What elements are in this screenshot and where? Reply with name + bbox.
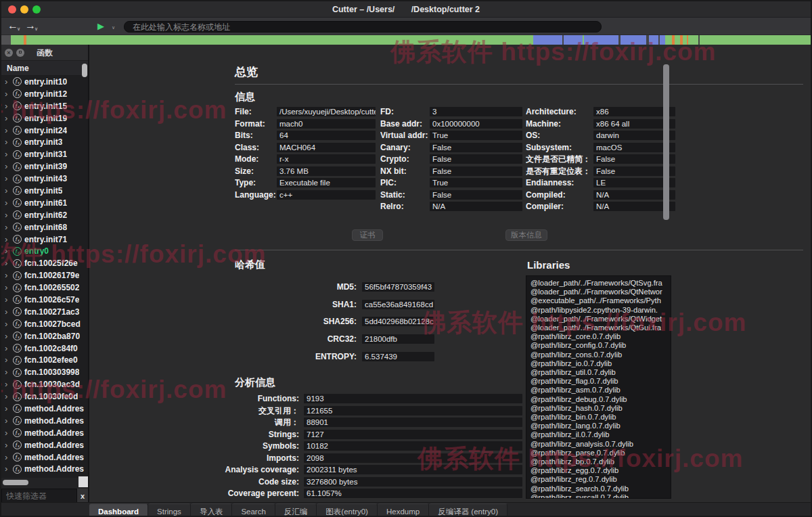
library-item[interactable]: @rpath/librz_cons.0.7.dylib: [531, 351, 663, 359]
chevron-right-icon[interactable]: ›: [5, 89, 10, 99]
function-list-item[interactable]: › ƒx entry.init62: [1, 209, 88, 221]
function-list-item[interactable]: › ƒx fcn.10027bced: [1, 318, 88, 330]
library-item[interactable]: @rpath/librz_search.0.7.dylib: [531, 485, 663, 493]
chevron-right-icon[interactable]: ›: [5, 416, 10, 426]
library-item[interactable]: @rpath/librz_il.0.7.dylib: [531, 430, 663, 439]
info-field[interactable]: 0x100000000: [430, 119, 522, 129]
info-field[interactable]: mach0: [277, 119, 376, 129]
info-field[interactable]: 64: [277, 131, 376, 140]
quick-filter-input[interactable]: [1, 489, 77, 503]
library-item[interactable]: @rpath/librz_hash.0.7.dylib: [531, 404, 663, 413]
info-field[interactable]: False: [430, 166, 522, 176]
library-item[interactable]: @rpath/librz_config.0.7.dylib: [531, 341, 663, 350]
library-item[interactable]: @rpath/librz_reg.0.7.dylib: [531, 475, 663, 484]
chevron-right-icon[interactable]: ›: [5, 258, 10, 268]
analysis-field[interactable]: 10182: [304, 441, 522, 451]
function-list-item[interactable]: › ƒx entry.init39: [1, 160, 88, 173]
vertical-scrollbar-thumb[interactable]: [82, 64, 87, 77]
libraries-scrollbar-thumb[interactable]: [663, 64, 669, 220]
library-item[interactable]: @rpath/librz_asm.0.7.dylib: [531, 386, 663, 395]
function-list-item[interactable]: › ƒx method.Addres: [1, 427, 88, 439]
info-field[interactable]: False: [430, 154, 522, 164]
chevron-right-icon[interactable]: ›: [5, 162, 10, 171]
bottom-tab[interactable]: Search: [232, 503, 275, 517]
function-list-item[interactable]: › ƒx entry.init15: [1, 100, 88, 112]
library-item[interactable]: @rpath/librz_bp.0.7.dylib: [531, 457, 663, 466]
info-field[interactable]: N/A: [430, 202, 522, 211]
function-list-item[interactable]: › ƒx entry.init61: [1, 197, 88, 209]
function-list-item[interactable]: › ƒx fcn.1002c84f0: [1, 342, 88, 355]
hash-field[interactable]: 56f5bf47870359f43: [362, 282, 434, 292]
chevron-right-icon[interactable]: ›: [5, 246, 10, 256]
hash-field[interactable]: ca55e36a849168cd: [362, 300, 434, 309]
clear-filter-button[interactable]: x: [77, 489, 88, 503]
column-header-name[interactable]: Name: [1, 61, 88, 76]
function-list-item[interactable]: › ƒx fcn.100303998: [1, 366, 88, 378]
back-button[interactable]: ←∨: [5, 20, 20, 33]
chevron-right-icon[interactable]: ›: [5, 174, 10, 183]
function-list-item[interactable]: › ƒx fcn.10030ac3d: [1, 378, 88, 390]
library-item[interactable]: @rpath/librz_core.0.7.dylib: [531, 332, 663, 341]
chevron-right-icon[interactable]: ›: [5, 137, 10, 147]
library-item[interactable]: @rpath/librz_io.0.7.dylib: [531, 359, 663, 368]
info-field[interactable]: False: [430, 190, 522, 200]
library-item[interactable]: @loader_path/../Frameworks/QtSvg.fra: [531, 279, 663, 288]
info-field[interactable]: True: [430, 131, 522, 140]
library-item[interactable]: @loader_path/../Frameworks/QtNetwor: [531, 288, 663, 296]
library-item[interactable]: @rpath/librz_egg.0.7.dylib: [531, 466, 663, 475]
function-list-item[interactable]: › ƒx fcn.1002ba870: [1, 330, 88, 342]
analysis-field[interactable]: 2002311 bytes: [304, 465, 522, 474]
info-field[interactable]: Executable file: [277, 178, 376, 187]
chevron-right-icon[interactable]: ›: [5, 271, 10, 280]
library-item[interactable]: @rpath/librz_parse.0.7.dylib: [531, 449, 663, 457]
function-list-item[interactable]: › ƒx fcn.100271ac3: [1, 306, 88, 318]
library-item[interactable]: @rpath/librz_flag.0.7.dylib: [531, 377, 663, 386]
chevron-right-icon[interactable]: ›: [5, 186, 10, 196]
hash-field[interactable]: 21800dfb: [362, 334, 434, 344]
certificates-button[interactable]: 证书: [352, 229, 383, 241]
bottom-tab[interactable]: 导入表: [191, 503, 233, 517]
chevron-right-icon[interactable]: ›: [5, 150, 10, 159]
function-list-item[interactable]: › ƒx entry.init68: [1, 221, 88, 233]
chevron-right-icon[interactable]: ›: [5, 441, 10, 450]
function-list-item[interactable]: › ƒx fcn.100265502: [1, 282, 88, 294]
info-field[interactable]: 3: [430, 107, 522, 116]
seek-address-input[interactable]: [124, 21, 602, 32]
function-list-item[interactable]: › ƒx method.Addres: [1, 451, 88, 464]
function-list-item[interactable]: › ƒx entry0: [1, 245, 88, 257]
function-list-item[interactable]: › ƒx fcn.10026c57e: [1, 294, 88, 306]
chevron-right-icon[interactable]: ›: [5, 307, 10, 317]
memory-map[interactable]: [1, 35, 811, 45]
function-list-item[interactable]: › ƒx fcn.10025f26e: [1, 257, 88, 269]
library-item[interactable]: @rpath/librz_bin.0.7.dylib: [531, 413, 663, 422]
chevron-right-icon[interactable]: ›: [5, 77, 10, 87]
library-item[interactable]: @loader_path/../Frameworks/QtGui.fra: [531, 323, 663, 332]
info-field[interactable]: True: [430, 178, 522, 187]
chevron-right-icon[interactable]: ›: [5, 210, 10, 220]
analysis-field[interactable]: 9193: [304, 394, 522, 403]
info-field[interactable]: 3.76 MB: [277, 166, 376, 176]
function-list-item[interactable]: › ƒx fcn.10030fe0d: [1, 390, 88, 403]
forward-button[interactable]: →∨: [23, 20, 38, 33]
function-list-item[interactable]: › ƒx entry.init24: [1, 125, 88, 137]
chevron-right-icon[interactable]: ›: [5, 404, 10, 413]
function-list-item[interactable]: › ƒx entry.init3: [1, 136, 88, 148]
function-list-item[interactable]: › ƒx method.Addres: [1, 403, 88, 415]
bottom-tab[interactable]: Hexdump: [378, 503, 429, 517]
library-item[interactable]: @executable_path/../Frameworks/Pyth: [531, 296, 663, 305]
function-list-item[interactable]: › ƒx entry.init19: [1, 112, 88, 125]
analysis-field[interactable]: 61.1057%: [304, 489, 522, 498]
chevron-right-icon[interactable]: ›: [5, 367, 10, 377]
chevron-right-icon[interactable]: ›: [5, 344, 10, 353]
chevron-right-icon[interactable]: ›: [5, 428, 10, 438]
analysis-field[interactable]: 2098: [304, 453, 522, 463]
horizontal-scrollbar-thumb[interactable]: [3, 480, 28, 485]
chevron-right-icon[interactable]: ›: [5, 464, 10, 474]
hash-field[interactable]: 6.537439: [362, 352, 434, 361]
library-item[interactable]: @rpath/librz_lang.0.7.dylib: [531, 422, 663, 430]
function-list-item[interactable]: › ƒx entry.init43: [1, 173, 88, 185]
debug-play-button[interactable]: ▶∨: [97, 20, 114, 32]
function-list-item[interactable]: › ƒx fcn.10026179e: [1, 269, 88, 282]
chevron-right-icon[interactable]: ›: [5, 223, 10, 232]
chevron-right-icon[interactable]: ›: [5, 198, 10, 208]
